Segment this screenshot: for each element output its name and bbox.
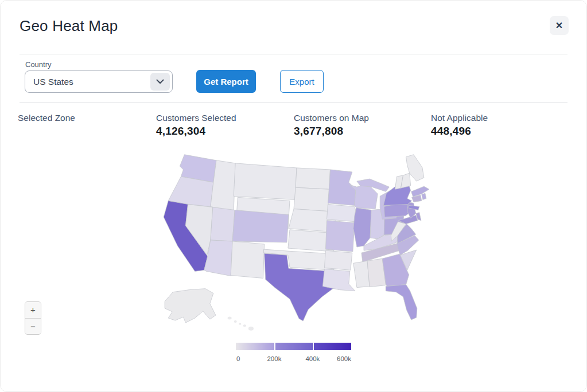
- legend-tick-label: 600k: [337, 355, 351, 362]
- state-IL[interactable]: [353, 208, 371, 248]
- state-MT[interactable]: [234, 163, 297, 200]
- state-MN[interactable]: [328, 170, 355, 206]
- close-button[interactable]: ✕: [550, 16, 569, 35]
- country-select[interactable]: US States: [25, 70, 173, 93]
- state-ND[interactable]: [296, 168, 330, 189]
- heat-legend-gradient-bar: [236, 343, 351, 350]
- state-AK[interactable]: [165, 289, 216, 323]
- state-MS[interactable]: [353, 261, 370, 287]
- stat-not-applicable: Not Applicable 448,496: [431, 113, 488, 138]
- states-layer: [164, 155, 429, 331]
- state-HI[interactable]: [243, 324, 246, 327]
- geo-heat-map-dialog: Geo Heat Map ✕ Country US States Get Rep…: [0, 0, 587, 392]
- zoom-out-button[interactable]: −: [25, 318, 41, 334]
- close-icon: ✕: [555, 21, 563, 30]
- state-AR[interactable]: [324, 250, 352, 270]
- chevron-down-icon[interactable]: [150, 73, 170, 91]
- legend-tick-divider: [313, 343, 314, 350]
- stat-customers-selected: Customers Selected 4,126,304: [156, 113, 236, 138]
- stat-value: 448,496: [431, 125, 488, 138]
- export-button[interactable]: Export: [280, 70, 324, 93]
- stat-customers-on-map: Customers on Map 3,677,808: [294, 113, 369, 138]
- us-map-svg: [151, 147, 434, 339]
- state-HI[interactable]: [228, 317, 232, 320]
- legend-tick-divider: [274, 343, 275, 350]
- stat-selected-zone: Selected Zone: [18, 113, 75, 125]
- legend-tick-label: 400k: [305, 355, 320, 362]
- divider: [20, 54, 567, 54]
- stat-value: 3,677,808: [294, 125, 369, 138]
- state-HI[interactable]: [234, 320, 237, 323]
- zoom-in-button[interactable]: +: [25, 302, 41, 318]
- divider: [20, 102, 567, 103]
- state-CO[interactable]: [232, 210, 289, 242]
- state-SD[interactable]: [294, 187, 329, 211]
- state-HI[interactable]: [239, 323, 241, 325]
- state-RI[interactable]: [422, 193, 426, 199]
- heat-legend-labels: 0 200k 400k 600k: [236, 355, 351, 363]
- stat-label: Customers on Map: [294, 113, 369, 123]
- state-IA[interactable]: [326, 204, 356, 221]
- country-field-label: Country: [25, 60, 52, 69]
- state-NM[interactable]: [231, 241, 264, 279]
- heat-legend: 0 200k 400k 600k: [236, 343, 351, 363]
- state-HI[interactable]: [248, 327, 254, 331]
- get-report-button[interactable]: Get Report: [196, 70, 256, 93]
- us-choropleth-map: [151, 147, 434, 339]
- map-zoom-control: + −: [25, 301, 41, 335]
- legend-tick-label: 200k: [267, 355, 281, 362]
- stat-label: Customers Selected: [156, 113, 236, 123]
- legend-tick-label: 0: [236, 355, 240, 362]
- stat-label: Selected Zone: [18, 113, 75, 123]
- stat-label: Not Applicable: [431, 113, 488, 123]
- country-select-value: US States: [25, 77, 150, 87]
- state-UT[interactable]: [211, 207, 235, 241]
- page-title: Geo Heat Map: [20, 17, 118, 35]
- state-MO[interactable]: [325, 221, 354, 252]
- state-FL[interactable]: [386, 285, 417, 320]
- stat-value: 4,126,304: [156, 125, 236, 138]
